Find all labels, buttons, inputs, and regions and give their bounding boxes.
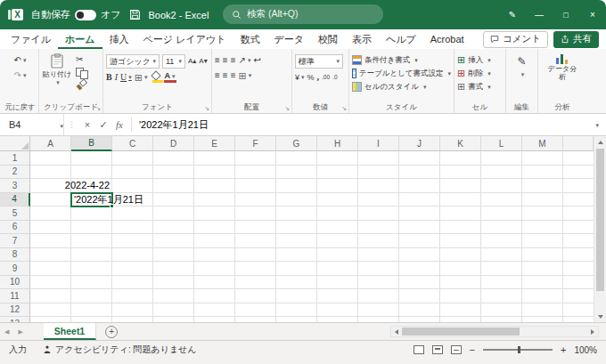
share-button[interactable]: 共有 [553,31,599,48]
column-header-L[interactable]: L [481,136,522,151]
column-header-C[interactable]: C [112,136,153,151]
row-header-10[interactable]: 10 [0,276,30,290]
cell-styles-button[interactable]: セルのスタイル [352,80,451,93]
font-name-select[interactable]: 游ゴシック [106,54,160,69]
decrease-decimal-button[interactable]: .0 [332,74,337,81]
wrap-text-button[interactable]: ↩ [253,54,260,67]
page-break-view-icon[interactable] [451,345,462,354]
redo-button[interactable]: ↷ [14,69,27,82]
vertical-scrollbar[interactable] [594,136,606,322]
row-header-5[interactable]: 5 [0,206,30,221]
close-button[interactable]: × [579,0,606,29]
format-painter-button[interactable] [76,80,86,91]
formula-bar-expand-icon[interactable] [594,121,599,129]
tab-view[interactable]: 表示 [345,29,379,49]
bold-button[interactable]: B [106,71,112,84]
tab-page-layout[interactable]: ページ レイアウト [136,29,233,49]
column-header-K[interactable]: K [440,136,481,151]
row-header-9[interactable]: 9 [0,262,30,276]
orientation-button[interactable]: ↗ [239,54,251,67]
tab-insert[interactable]: 挿入 [102,29,136,49]
column-header-G[interactable]: G [276,136,317,151]
formula-bar-drag-handle[interactable]: ⋮ [64,120,79,129]
paste-button[interactable]: 貼り付け [42,53,72,101]
column-header-F[interactable]: F [235,136,276,151]
row-header-3[interactable]: 3 [0,179,30,193]
increase-decimal-button[interactable]: .00 [322,74,330,81]
comments-button[interactable]: コメント [483,31,548,48]
shrink-font-button[interactable]: A▾ [199,55,207,68]
tab-formulas[interactable]: 数式 [233,29,266,49]
row-header-2[interactable]: 2 [0,166,30,180]
tab-file[interactable]: ファイル [4,29,58,49]
sheet-tab-sheet1[interactable]: Sheet1 [44,323,96,340]
minimize-button[interactable]: — [526,0,553,29]
column-header-B[interactable]: B [71,136,112,151]
delete-cells-button[interactable]: ⊞ 削除 [457,67,503,80]
save-icon[interactable] [129,9,141,20]
tab-home[interactable]: ホーム [58,29,102,49]
row-header-4[interactable]: 4 [0,193,30,207]
vertical-scroll-thumb[interactable] [596,149,604,291]
format-as-table-button[interactable]: テーブルとして書式設定 [352,67,451,80]
insert-function-button[interactable]: fx [111,119,127,130]
column-header-I[interactable]: I [358,136,399,151]
zoom-out-button[interactable]: − [470,344,475,355]
grow-font-button[interactable]: A▴ [188,55,196,68]
normal-view-icon[interactable] [414,345,424,354]
align-top-button[interactable]: ≡ [215,54,220,67]
conditional-formatting-button[interactable]: 条件付き書式 [352,53,451,67]
insert-cells-button[interactable]: ⊞ 挿入 [457,53,503,67]
cancel-button[interactable]: × [79,119,95,130]
row-header-8[interactable]: 8 [0,248,30,263]
column-header-D[interactable]: D [153,136,194,151]
enter-button[interactable]: ✓ [95,119,111,131]
column-header-J[interactable]: J [399,136,440,151]
font-dialog-launcher-icon[interactable]: ↘ [204,105,209,111]
vertical-scroll-track[interactable] [594,148,606,311]
zoom-slider-knob[interactable] [518,346,520,353]
autosave-toggle[interactable]: 自動保存 オフ [31,8,121,21]
clipboard-dialog-launcher-icon[interactable]: ↘ [95,105,101,111]
merge-center-button[interactable]: ⊞ [239,69,252,82]
font-color-button[interactable]: A [164,72,176,83]
column-header-E[interactable]: E [194,136,235,151]
scroll-left-icon[interactable] [391,326,402,337]
row-header-12[interactable]: 12 [0,303,30,318]
comma-format-button[interactable]: , [317,71,320,84]
align-center-button[interactable]: ≡ [223,69,228,82]
scroll-up-icon[interactable] [594,136,606,148]
tab-acrobat[interactable]: Acrobat [423,29,471,49]
cell-B4[interactable]: '2022年1月21日 [74,193,143,207]
tab-help[interactable]: ヘルプ [379,29,423,49]
horizontal-scroll-thumb[interactable] [402,328,520,336]
cell-B3[interactable]: 2022-4-22 [65,179,110,193]
name-box[interactable]: B4 [0,114,64,135]
scroll-down-icon[interactable] [594,311,606,322]
underline-button[interactable]: U [120,71,132,84]
currency-format-button[interactable]: ¥ [295,71,305,84]
pen-icon[interactable]: ✎ [499,0,526,29]
font-size-select[interactable]: 11 [162,54,185,69]
grid-area[interactable]: 2022-4-22'2022年1月21日 ABCDEFGHIJKLM 12345… [0,136,594,322]
horizontal-scrollbar[interactable] [390,326,599,337]
cut-button[interactable]: ✂ [76,53,86,66]
accessibility-status[interactable]: アクセシビリティ: 問題ありません [43,344,197,356]
new-sheet-button[interactable]: + [105,326,118,338]
number-format-select[interactable]: 標準 [295,54,343,69]
undo-button[interactable]: ↶ [14,54,27,67]
row-header-13[interactable]: 13 [0,317,30,322]
column-header-H[interactable]: H [317,136,358,151]
copy-button[interactable] [76,68,86,78]
row-header-6[interactable]: 6 [0,221,30,235]
editing-menu-button[interactable] [520,69,525,81]
zoom-slider[interactable] [483,345,553,354]
column-header-A[interactable]: A [30,136,71,151]
align-middle-button[interactable]: ≡ [223,54,228,67]
excel-logo-icon[interactable]: X [8,7,23,22]
row-header-11[interactable]: 11 [0,289,30,303]
borders-button[interactable]: ⊞ [135,71,148,84]
scroll-right-icon[interactable] [587,326,598,337]
tab-data[interactable]: データ [266,29,311,49]
format-cells-button[interactable]: ⊞ 書式 [457,80,503,93]
